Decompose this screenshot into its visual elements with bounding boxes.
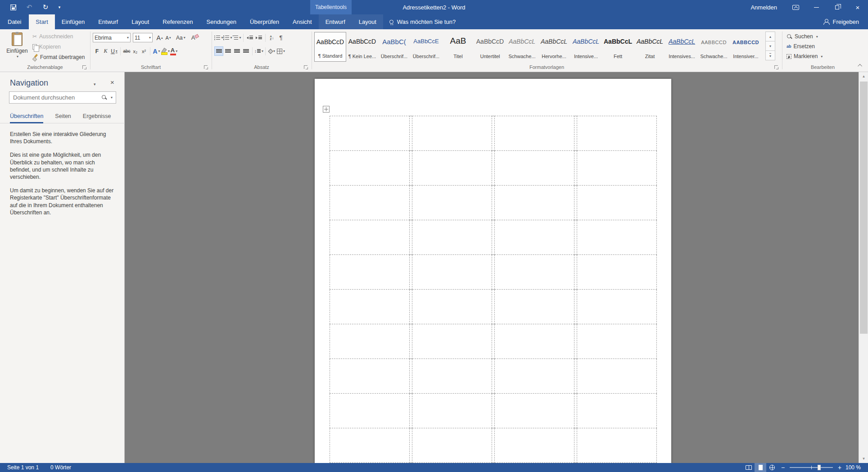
close-button[interactable]: × [847, 0, 868, 14]
search-icon[interactable] [101, 95, 107, 100]
label-cell[interactable] [330, 220, 410, 255]
style-intensive-hervorhebung[interactable]: AaBbCcLIntensive... [570, 32, 602, 62]
collapse-ribbon-button[interactable] [857, 63, 863, 68]
read-mode-button[interactable] [743, 463, 755, 472]
label-cell[interactable] [330, 428, 410, 463]
shading-button[interactable]: ▾ [267, 46, 276, 56]
tellme-button[interactable]: Was möchten Sie tun? [383, 14, 462, 29]
multilevel-list-button[interactable]: ▾ [232, 33, 241, 42]
find-button[interactable]: Suchen ▾ [787, 33, 823, 40]
label-cell[interactable] [495, 151, 574, 186]
strikethrough-button[interactable]: abc [122, 46, 131, 56]
tab-datei[interactable]: Datei [0, 14, 29, 29]
style-kein-leerraum[interactable]: AaBbCcD¶ Kein Lee... [346, 32, 378, 62]
tab-sendungen[interactable]: Sendungen [200, 14, 244, 29]
search-options-icon[interactable]: ▾ [111, 95, 113, 100]
table-move-handle-icon[interactable] [323, 106, 330, 113]
label-cell[interactable] [577, 394, 657, 428]
font-dialog-launcher-icon[interactable] [204, 65, 208, 69]
web-layout-button[interactable] [766, 463, 778, 472]
tab-ueberpruefen[interactable]: Überprüfen [243, 14, 286, 29]
style-untertitel[interactable]: AaBbCcDUntertitel [474, 32, 506, 62]
zoom-slider-thumb[interactable] [818, 465, 821, 470]
cut-button[interactable]: ✂ Ausschneiden [32, 33, 85, 40]
scrollbar-thumb[interactable] [860, 82, 868, 334]
tab-tabellentools-layout[interactable]: Layout [352, 14, 383, 29]
label-cell[interactable] [577, 359, 657, 394]
tab-ansicht[interactable]: Ansicht [286, 14, 319, 29]
style-intensives-zitat[interactable]: AaBbCcLIntensives... [666, 32, 698, 62]
navigation-options-button[interactable]: ▾ [94, 82, 96, 86]
tab-referenzen[interactable]: Referenzen [156, 14, 199, 29]
underline-button[interactable]: U▾ [110, 46, 118, 56]
font-size-combobox[interactable]: 11 ▾ [133, 33, 153, 42]
italic-button[interactable]: K [101, 46, 110, 56]
search-input[interactable] [9, 94, 101, 101]
label-cell[interactable] [577, 116, 657, 151]
redo-button[interactable]: ↻ [41, 2, 50, 13]
scroll-down-button[interactable]: ▼ [859, 454, 868, 463]
label-cell[interactable] [412, 394, 492, 428]
label-cell[interactable] [495, 116, 574, 151]
label-cell[interactable] [330, 290, 410, 324]
copy-button[interactable]: Kopieren [32, 43, 85, 50]
font-color-button[interactable]: A▾ [170, 46, 178, 56]
label-cell[interactable] [577, 186, 657, 220]
paragraph-dialog-launcher-icon[interactable] [304, 65, 307, 69]
clear-formatting-button[interactable]: A [189, 33, 198, 42]
save-button[interactable] [8, 2, 18, 13]
label-cell[interactable] [495, 290, 574, 324]
label-cell[interactable] [495, 220, 574, 255]
label-cell[interactable] [495, 324, 574, 359]
label-cell[interactable] [330, 186, 410, 220]
gallery-more-button[interactable]: ▾ [765, 50, 775, 60]
zoom-in-button[interactable]: + [835, 464, 845, 471]
nav-tab-ueberschriften[interactable]: Überschriften [10, 110, 43, 123]
page-indicator[interactable]: Seite 1 von 1 [7, 464, 39, 471]
select-button[interactable]: Markieren ▾ [787, 53, 823, 60]
font-name-combobox[interactable]: Ebrima ▾ [93, 33, 131, 42]
style-schwacher-verweis[interactable]: AABBCCDSchwache... [698, 32, 730, 62]
label-cell[interactable] [330, 359, 410, 394]
label-cell[interactable] [412, 151, 492, 186]
clipboard-dialog-launcher-icon[interactable] [82, 65, 86, 69]
signin-button[interactable]: Anmelden [742, 0, 785, 14]
tab-layout[interactable]: Layout [125, 14, 156, 29]
line-spacing-button[interactable]: ↕▾ [254, 46, 263, 56]
label-cell[interactable] [412, 116, 492, 151]
change-case-button[interactable]: Aa▾ [176, 33, 185, 42]
share-button[interactable]: Freigeben [814, 14, 868, 29]
borders-button[interactable]: ▾ [276, 46, 285, 56]
gallery-down-button[interactable]: ▾ [765, 41, 775, 51]
label-cell[interactable] [330, 324, 410, 359]
shrink-font-button[interactable]: A▾ [164, 33, 172, 42]
label-cell[interactable] [577, 324, 657, 359]
word-count[interactable]: 0 Wörter [50, 464, 71, 471]
justify-button[interactable] [241, 46, 250, 56]
label-cell[interactable] [495, 394, 574, 428]
label-cell[interactable] [577, 255, 657, 290]
nav-tab-ergebnisse[interactable]: Ergebnisse [83, 110, 111, 123]
tab-entwurf[interactable]: Entwurf [91, 14, 125, 29]
undo-button[interactable]: ↶ [24, 2, 34, 13]
vertical-scrollbar[interactable]: ▲ ▼ [859, 72, 868, 463]
sort-button[interactable]: A Z↓ [267, 33, 276, 42]
text-highlight-button[interactable]: ▾ [161, 46, 170, 56]
label-cell[interactable] [412, 324, 492, 359]
label-cell[interactable] [577, 290, 657, 324]
style-fett[interactable]: AaBbCcLFett [602, 32, 634, 62]
label-cell[interactable] [495, 359, 574, 394]
label-cell[interactable] [412, 255, 492, 290]
grow-font-button[interactable]: A▴ [155, 33, 164, 42]
bold-button[interactable]: F [93, 46, 101, 56]
align-center-button[interactable] [223, 46, 232, 56]
style-zitat[interactable]: AaBbCcLZitat [634, 32, 666, 62]
scroll-up-button[interactable]: ▲ [859, 72, 868, 81]
tab-einfuegen[interactable]: Einfügen [55, 14, 91, 29]
qat-customize-button[interactable]: ▾ [57, 2, 62, 13]
label-cell[interactable] [412, 186, 492, 220]
label-cell[interactable] [495, 255, 574, 290]
replace-button[interactable]: ab Ersetzen [787, 43, 823, 50]
label-cell[interactable] [412, 290, 492, 324]
label-cell[interactable] [412, 428, 492, 463]
